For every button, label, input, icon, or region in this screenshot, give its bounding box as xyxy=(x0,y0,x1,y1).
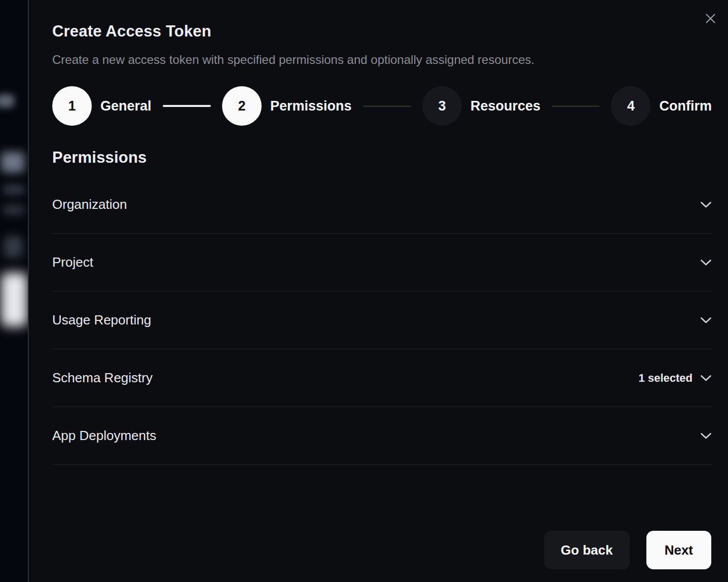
next-button[interactable]: Next xyxy=(646,531,711,569)
accordion-item-label: Organization xyxy=(52,197,127,212)
chevron-down-icon xyxy=(700,201,712,208)
selected-count-badge: 1 selected xyxy=(639,372,693,385)
step-confirm: 4 Confirm xyxy=(611,86,712,126)
chevron-down-icon xyxy=(700,259,712,266)
accordion-item-label: Schema Registry xyxy=(52,370,153,386)
close-icon[interactable] xyxy=(703,11,717,25)
step-permissions: 2 Permissions xyxy=(222,86,352,126)
accordion-item-label: Usage Reporting xyxy=(52,312,151,328)
chevron-down-icon xyxy=(700,317,712,324)
background-blur-item xyxy=(3,205,24,215)
accordion-item-project[interactable]: Project xyxy=(52,234,712,292)
permissions-heading: Permissions xyxy=(52,149,712,167)
permissions-accordion: Organization Project xyxy=(52,176,712,465)
background-blur-item xyxy=(4,236,22,258)
step-label: Resources xyxy=(470,98,540,114)
accordion-item-right xyxy=(693,432,712,440)
go-back-button[interactable]: Go back xyxy=(544,531,630,569)
page-title: Create Access Token xyxy=(52,22,712,41)
step-number-badge: 2 xyxy=(222,86,262,126)
step-number-badge: 1 xyxy=(52,86,92,126)
step-label: Permissions xyxy=(270,98,352,114)
accordion-item-label: Project xyxy=(52,254,93,270)
accordion-item-right xyxy=(693,259,712,266)
step-connector xyxy=(552,105,600,107)
step-label: General xyxy=(100,98,152,114)
accordion-item-usage-reporting[interactable]: Usage Reporting xyxy=(52,292,712,349)
step-resources: 3 Resources xyxy=(422,86,540,126)
modal-subtitle: Create a new access token with specified… xyxy=(52,53,712,67)
background-blur-item xyxy=(1,152,24,172)
accordion-item-right: 1 selected xyxy=(639,372,712,385)
modal-footer: Go back Next xyxy=(544,531,711,569)
step-number-badge: 4 xyxy=(611,86,650,126)
step-connector xyxy=(363,105,411,107)
stepper: 1 General 2 Permissions 3 Resources 4 Co… xyxy=(52,86,712,126)
create-access-token-modal: Create Access Token Create a new access … xyxy=(28,0,728,582)
accordion-item-label: App Deployments xyxy=(52,428,156,444)
accordion-item-app-deployments[interactable]: App Deployments xyxy=(52,407,712,465)
chevron-down-icon xyxy=(700,432,712,440)
accordion-item-right xyxy=(693,317,712,324)
accordion-item-right xyxy=(693,201,712,208)
background-blur-item xyxy=(3,185,24,195)
step-number-badge: 3 xyxy=(422,86,462,126)
step-general: 1 General xyxy=(52,86,152,126)
chevron-down-icon xyxy=(700,375,712,382)
step-connector xyxy=(163,105,211,107)
accordion-item-organization[interactable]: Organization xyxy=(52,176,712,234)
background-blur-item xyxy=(0,94,14,107)
background-blur-item xyxy=(1,273,27,326)
accordion-item-schema-registry[interactable]: Schema Registry 1 selected xyxy=(52,349,712,407)
step-label: Confirm xyxy=(659,98,712,114)
